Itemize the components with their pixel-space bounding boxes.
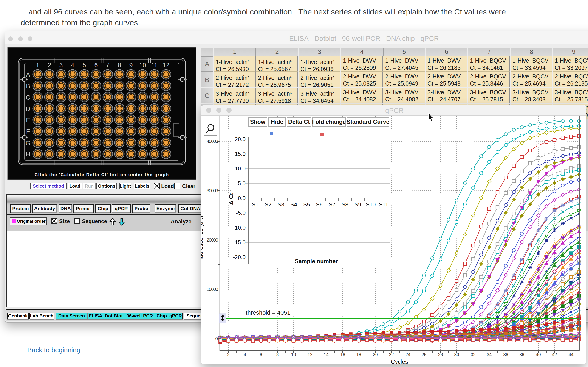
svg-text:10: 10 xyxy=(291,352,296,357)
svg-text:S7: S7 xyxy=(329,201,335,208)
svg-text:30000: 30000 xyxy=(207,188,218,193)
svg-text:Fluorescence (dR): Fluorescence (dR) xyxy=(201,216,204,263)
svg-text:S3: S3 xyxy=(277,201,284,208)
svg-text:0: 0 xyxy=(215,336,218,341)
svg-text:8: 8 xyxy=(118,62,121,69)
svg-text:22: 22 xyxy=(389,352,394,357)
svg-text:S9: S9 xyxy=(355,201,361,208)
svg-text:Show: Show xyxy=(250,119,266,125)
svg-text:S5: S5 xyxy=(303,201,310,208)
svg-text:6: 6 xyxy=(94,62,98,69)
svg-text:30: 30 xyxy=(454,352,459,357)
svg-text:S4: S4 xyxy=(290,201,297,208)
svg-text:S1: S1 xyxy=(252,201,258,208)
svg-text:16: 16 xyxy=(340,352,345,357)
svg-text:18: 18 xyxy=(356,352,361,357)
svg-text:-10.0: -10.0 xyxy=(233,225,246,231)
svg-text:2: 2 xyxy=(227,352,230,357)
svg-text:12: 12 xyxy=(163,62,170,69)
svg-text:36: 36 xyxy=(503,352,508,357)
svg-text:10: 10 xyxy=(139,62,146,69)
svg-text:5: 5 xyxy=(82,62,86,69)
svg-text:C: C xyxy=(26,94,30,101)
svg-text:threshold = 4051: threshold = 4051 xyxy=(246,309,290,316)
svg-text:5.0: 5.0 xyxy=(238,180,246,186)
svg-text:-15.0: -15.0 xyxy=(233,239,246,245)
svg-text:S10: S10 xyxy=(366,201,376,208)
svg-text:Sample number: Sample number xyxy=(295,258,338,265)
svg-text:42: 42 xyxy=(552,352,557,357)
svg-text:2: 2 xyxy=(48,62,51,69)
svg-text:40: 40 xyxy=(536,352,541,357)
svg-text:15.0: 15.0 xyxy=(235,151,246,157)
svg-text:28: 28 xyxy=(438,352,443,357)
svg-text:G: G xyxy=(26,140,30,147)
svg-text:8: 8 xyxy=(276,352,279,357)
svg-text:F: F xyxy=(26,128,30,135)
svg-text:6: 6 xyxy=(260,352,262,357)
svg-text:H: H xyxy=(26,151,30,158)
svg-text:26: 26 xyxy=(422,352,426,357)
svg-text:4: 4 xyxy=(71,62,74,69)
svg-text:20.0: 20.0 xyxy=(235,136,246,142)
svg-text:4: 4 xyxy=(244,352,246,357)
svg-text:S2: S2 xyxy=(265,201,271,208)
svg-text:-20.0: -20.0 xyxy=(233,254,246,260)
svg-text:24: 24 xyxy=(405,352,410,357)
svg-text:Hide: Hide xyxy=(271,119,283,125)
svg-text:E: E xyxy=(26,117,30,124)
svg-text:A: A xyxy=(26,71,30,78)
svg-text:-5.0: -5.0 xyxy=(236,210,246,216)
svg-text:Cycles: Cycles xyxy=(391,359,408,364)
svg-text:12: 12 xyxy=(308,352,312,357)
svg-text:S6: S6 xyxy=(316,201,322,208)
svg-text:Delta Ct: Delta Ct xyxy=(288,119,310,125)
svg-text:Standard Curve: Standard Curve xyxy=(346,119,389,125)
svg-text:10.0: 10.0 xyxy=(235,165,246,172)
svg-text:40000: 40000 xyxy=(207,139,218,144)
svg-text:10000: 10000 xyxy=(207,286,218,292)
svg-text:44: 44 xyxy=(569,352,573,357)
svg-text:S8: S8 xyxy=(342,201,348,208)
svg-text:S11: S11 xyxy=(379,201,389,208)
svg-text:Δ Ct: Δ Ct xyxy=(228,193,234,205)
svg-text:Fold change: Fold change xyxy=(312,119,346,125)
svg-text:9: 9 xyxy=(129,62,132,69)
svg-text:D: D xyxy=(26,106,30,112)
svg-text:38: 38 xyxy=(519,352,524,357)
svg-text:3: 3 xyxy=(59,62,63,69)
svg-text:7: 7 xyxy=(106,62,109,69)
svg-text:20000: 20000 xyxy=(207,237,218,242)
svg-text:14: 14 xyxy=(324,352,329,357)
svg-text:B: B xyxy=(26,83,30,90)
svg-text:32: 32 xyxy=(471,352,476,357)
svg-text:20: 20 xyxy=(373,352,378,357)
svg-text:11: 11 xyxy=(151,62,157,69)
svg-text:0.0: 0.0 xyxy=(238,195,246,201)
svg-text:34: 34 xyxy=(487,352,492,357)
svg-text:1: 1 xyxy=(36,62,39,69)
